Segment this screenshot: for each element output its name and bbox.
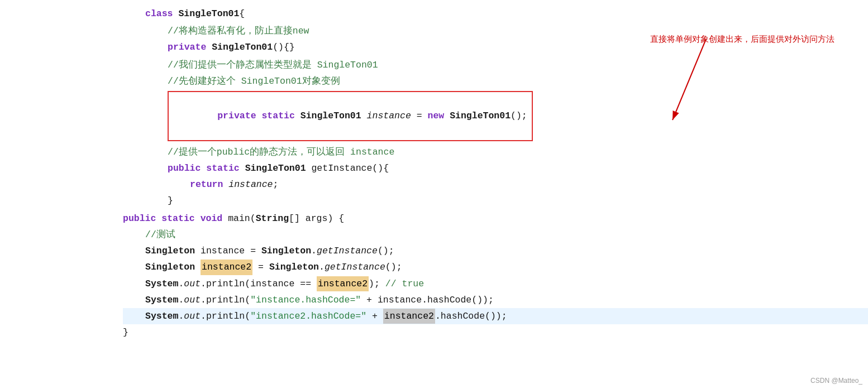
highlight-instance2-decl: instance2 <box>201 260 252 275</box>
line-println3: System.out.println("instance2.hashCode="… <box>123 308 868 324</box>
line-println1: System.out.println(instance == instance2… <box>123 276 868 292</box>
keyword-class: class <box>145 6 178 21</box>
code-block: 直接将单例对象创建出来，后面提供对外访问方法 class SingleTon01… <box>123 6 868 340</box>
comment-getinstance: //提供一个public的静态方法，可以返回 instance <box>168 145 394 160</box>
code-container: 直接将单例对象创建出来，后面提供对外访问方法 class SingleTon01… <box>0 0 868 389</box>
line-return: return instance; <box>123 176 868 193</box>
line-main-decl: public static void main(String[] args) { <box>123 210 868 227</box>
line-comment-2: //我们提供一个静态属性类型就是 SingleTon01 <box>123 57 868 73</box>
comment-test: //测试 <box>145 227 175 242</box>
csdn-watermark: CSDN @Matteo_ <box>810 377 862 385</box>
boxed-code: private static SingleTon01 instance = ne… <box>168 91 533 141</box>
annotation-text: 直接将单例对象创建出来，后面提供对外访问方法 <box>650 32 834 46</box>
comment-static-field: //我们提供一个静态属性类型就是 SingleTon01 <box>168 57 378 73</box>
line-instance-field: private static SingleTon01 instance = ne… <box>123 89 868 143</box>
line-singleton1: Singleton instance = Singleton.getInstan… <box>123 243 868 259</box>
line-comment-4: //提供一个public的静态方法，可以返回 instance <box>123 144 868 160</box>
line-singleton2: Singleton instance2 = Singleton.getInsta… <box>123 259 868 275</box>
line-println2: System.out.println("instance.hashCode=" … <box>123 292 868 308</box>
line-comment-3: //先创建好这个 SingleTon01对象变例 <box>123 73 868 89</box>
comment-create: //先创建好这个 SingleTon01对象变例 <box>168 74 340 89</box>
highlight-instance2-cmp: instance2 <box>317 276 369 291</box>
line-comment-test: //测试 <box>123 227 868 243</box>
line-getinstance-decl: public static SingleTon01 getInstance(){ <box>123 160 868 176</box>
line-class-decl: class SingleTon01{ <box>123 6 868 22</box>
line-close-main: } <box>123 324 868 340</box>
line-close-getinstance: } <box>123 193 868 209</box>
highlight-instance2-hash: instance2 <box>383 309 435 324</box>
comment-constructor: //将构造器私有化，防止直接new <box>168 23 309 39</box>
class-name: SingleTon01 <box>178 6 239 21</box>
